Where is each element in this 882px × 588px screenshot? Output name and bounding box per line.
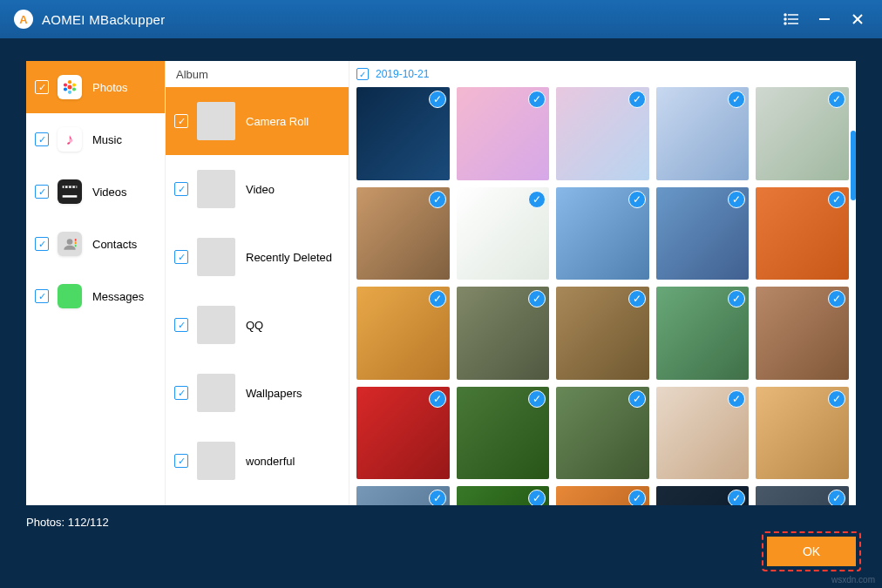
- photo-thumbnail[interactable]: ✓: [356, 486, 450, 505]
- album-checkbox[interactable]: ✓: [174, 454, 188, 468]
- photo-thumbnail[interactable]: ✓: [356, 187, 450, 280]
- photo-thumbnail[interactable]: ✓: [756, 187, 849, 280]
- photo-thumbnail[interactable]: ✓: [457, 387, 550, 480]
- category-music[interactable]: ✓ ♪ Music: [26, 113, 165, 166]
- photo-thumbnail[interactable]: ✓: [457, 486, 550, 505]
- photo-selected-badge[interactable]: ✓: [528, 490, 546, 505]
- photo-selected-badge[interactable]: ✓: [628, 490, 646, 505]
- category-contacts[interactable]: ✓ Contacts: [26, 218, 165, 270]
- photo-thumbnail[interactable]: ✓: [457, 187, 550, 280]
- photo-thumbnail[interactable]: ✓: [556, 287, 649, 380]
- photo-thumbnail[interactable]: ✓: [457, 87, 550, 180]
- photo-thumbnail[interactable]: ✓: [756, 387, 849, 480]
- photo-selected-badge[interactable]: ✓: [828, 191, 845, 208]
- photo-selected-badge[interactable]: ✓: [528, 191, 546, 208]
- photo-thumbnail[interactable]: ✓: [356, 287, 450, 380]
- category-checkbox[interactable]: ✓: [35, 237, 49, 251]
- album-checkbox[interactable]: ✓: [174, 318, 188, 332]
- photo-selected-badge[interactable]: ✓: [628, 91, 646, 108]
- album-checkbox[interactable]: ✓: [174, 182, 188, 196]
- photo-selected-badge[interactable]: ✓: [429, 390, 446, 408]
- album-label: Camera Roll: [246, 115, 309, 128]
- photo-selected-badge[interactable]: ✓: [828, 91, 845, 108]
- svg-point-3: [784, 14, 786, 16]
- photo-selected-badge[interactable]: ✓: [628, 191, 646, 208]
- album-checkbox[interactable]: ✓: [174, 250, 188, 264]
- svg-rect-18: [63, 195, 78, 198]
- svg-rect-26: [75, 245, 77, 247]
- close-button[interactable]: [847, 9, 868, 30]
- svg-rect-21: [71, 186, 73, 188]
- album-label: Wallpapers: [246, 387, 302, 400]
- category-checkbox[interactable]: ✓: [35, 80, 49, 94]
- category-checkbox[interactable]: ✓: [35, 289, 49, 303]
- photo-selected-badge[interactable]: ✓: [628, 390, 646, 408]
- category-photos[interactable]: ✓ Photos: [26, 61, 165, 113]
- photo-selected-badge[interactable]: ✓: [628, 290, 646, 308]
- album-thumbnail: [197, 238, 235, 276]
- photo-selected-badge[interactable]: ✓: [728, 490, 745, 505]
- category-videos[interactable]: ✓ Videos: [26, 166, 165, 218]
- minimize-button[interactable]: [814, 9, 835, 30]
- album-header: Album: [166, 61, 349, 87]
- svg-point-23: [67, 239, 73, 245]
- album-checkbox[interactable]: ✓: [174, 386, 188, 400]
- category-messages[interactable]: ✓ Messages: [26, 270, 165, 322]
- photo-selected-badge[interactable]: ✓: [528, 290, 546, 308]
- photo-thumbnail[interactable]: ✓: [556, 87, 649, 180]
- photo-thumbnail[interactable]: ✓: [556, 187, 649, 280]
- photo-selected-badge[interactable]: ✓: [728, 290, 745, 308]
- date-group-header[interactable]: ✓ 2019-10-21: [349, 61, 856, 87]
- photo-thumbnail[interactable]: ✓: [356, 387, 450, 480]
- photo-selected-badge[interactable]: ✓: [528, 390, 546, 408]
- photo-thumbnail[interactable]: ✓: [457, 287, 550, 380]
- date-group-checkbox[interactable]: ✓: [356, 68, 369, 80]
- album-camera-roll[interactable]: ✓ Camera Roll: [166, 87, 349, 155]
- photo-selected-badge[interactable]: ✓: [429, 191, 446, 208]
- photo-thumbnail[interactable]: ✓: [756, 486, 849, 505]
- photo-thumbnail[interactable]: ✓: [656, 287, 750, 380]
- svg-point-9: [68, 85, 72, 90]
- photo-selected-badge[interactable]: ✓: [728, 191, 745, 208]
- photo-selected-badge[interactable]: ✓: [728, 91, 745, 108]
- photo-thumbnail[interactable]: ✓: [556, 387, 649, 480]
- photo-selected-badge[interactable]: ✓: [828, 490, 845, 505]
- category-checkbox[interactable]: ✓: [35, 185, 49, 199]
- photo-selected-badge[interactable]: ✓: [429, 91, 446, 108]
- svg-point-13: [68, 91, 71, 94]
- photo-thumbnail[interactable]: ✓: [356, 87, 450, 180]
- list-view-icon[interactable]: [781, 9, 802, 30]
- ok-button[interactable]: OK: [767, 537, 856, 566]
- titlebar: A AOMEI MBackupper: [0, 0, 882, 38]
- photo-selected-badge[interactable]: ✓: [728, 390, 745, 408]
- album-thumbnail: [197, 374, 235, 412]
- category-sidebar: ✓ Photos✓ ♪ Music✓ Videos✓ Contacts✓ Mes…: [26, 61, 166, 505]
- photo-thumbnail[interactable]: ✓: [756, 287, 849, 380]
- svg-rect-19: [64, 186, 65, 188]
- album-qq[interactable]: ✓ QQ: [166, 291, 349, 359]
- album-recently-deleted[interactable]: ✓ Recently Deleted: [166, 223, 349, 291]
- photo-thumbnail[interactable]: ✓: [656, 187, 750, 280]
- photo-selected-badge[interactable]: ✓: [528, 91, 546, 108]
- category-checkbox[interactable]: ✓: [35, 132, 49, 146]
- album-label: QQ: [246, 319, 263, 332]
- photo-selected-badge[interactable]: ✓: [828, 290, 845, 308]
- photo-selected-badge[interactable]: ✓: [429, 490, 446, 505]
- album-wonderful[interactable]: ✓ wonderful: [166, 427, 349, 495]
- photo-thumbnail[interactable]: ✓: [656, 387, 750, 480]
- album-video[interactable]: ✓ Video: [166, 155, 349, 223]
- photo-selected-badge[interactable]: ✓: [828, 390, 845, 408]
- album-thumbnail: [197, 102, 235, 140]
- photo-thumbnail[interactable]: ✓: [656, 486, 750, 505]
- watermark-text: wsxdn.com: [831, 575, 875, 585]
- album-checkbox[interactable]: ✓: [174, 114, 188, 128]
- album-wallpapers[interactable]: ✓ Wallpapers: [166, 359, 349, 427]
- vertical-scrollbar[interactable]: [851, 131, 856, 200]
- photo-thumbnail[interactable]: ✓: [656, 87, 750, 180]
- photo-thumbnail[interactable]: ✓: [756, 87, 849, 180]
- photo-selected-badge[interactable]: ✓: [429, 290, 446, 308]
- photos-icon: [58, 75, 82, 99]
- app-logo-icon: A: [14, 10, 33, 29]
- svg-point-10: [68, 80, 71, 84]
- photo-thumbnail[interactable]: ✓: [556, 486, 649, 505]
